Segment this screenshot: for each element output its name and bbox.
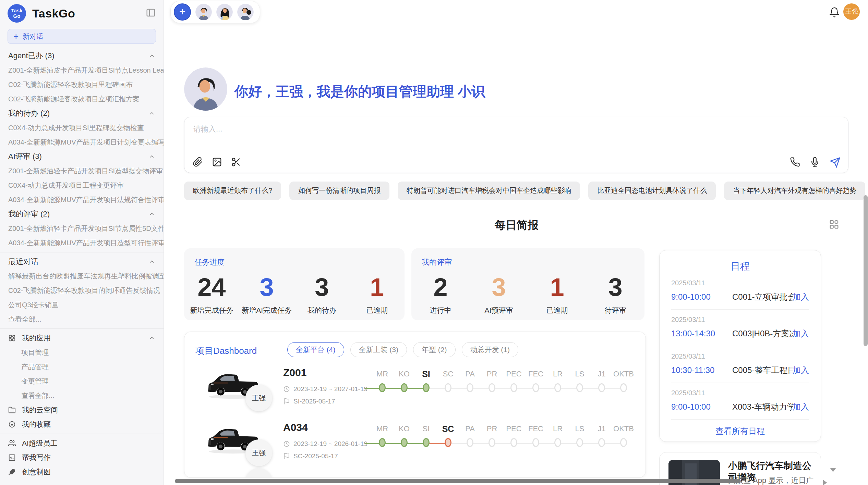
schedule-item: 2025/03/11 9:00-10:00 X003-车辆动力学性能验... 加… [671,383,809,420]
stat-ai-prereview: 3AI预评审 [470,270,528,320]
agent-avatar-3[interactable] [237,4,254,20]
stat-in-progress: 2进行中 [411,270,470,320]
sidebar-item-ai-super-staff[interactable]: AI超级员工 [0,436,164,450]
app-item-project-mgmt[interactable]: 项目管理 [0,345,164,360]
milestone-node [532,438,539,447]
flag-icon [283,398,290,405]
layout-grid-icon[interactable] [829,219,839,229]
chevron-up-icon[interactable] [148,110,155,117]
chevron-up-icon[interactable] [148,211,155,217]
schedule-event-title: C005-整车工程目标评审 [732,365,793,376]
sidebar-item-my-apps[interactable]: 我的应用 [0,331,164,345]
tab-new-body[interactable]: 全新上装 (3) [350,342,407,357]
section-agent-done[interactable]: Agent已办 (3) [0,49,164,63]
milestone-label: OKTB [613,424,634,434]
milestone-label: OKTB [613,369,634,379]
suggestion-chip[interactable]: 当下年轻人对汽车外观有怎样的喜好趋势 [724,182,865,200]
user-avatar[interactable]: 王强 [843,3,860,20]
app-item-product-mgmt[interactable]: 产品管理 [0,360,164,374]
chat-composer [184,117,848,173]
suggestion-chip[interactable]: 如何写一份清晰的项目周报 [289,182,389,200]
list-item[interactable]: C02-飞腾新能源轻客改款项目里程碑画布 [0,77,164,92]
agent-avatar-1[interactable] [195,4,212,20]
join-button[interactable]: 加入 [793,401,809,412]
app-item-change-mgmt[interactable]: 变更管理 [0,374,164,388]
tab-powertrain[interactable]: 动总开发 (1) [462,342,519,357]
image-upload-icon[interactable] [212,157,222,167]
view-all-schedule-link[interactable]: 查看所有日程 [660,426,821,437]
list-item[interactable]: A034-全新新能源MUV产品开发项目造型可行性评审 [0,236,164,250]
section-recent-chats[interactable]: 最近对话 [0,254,164,269]
schedule-event-title: C003|H0B-方案冻结评审 [732,328,793,339]
sidebar-item-label: AI超级员工 [22,438,58,448]
join-button[interactable]: 加入 [793,328,809,339]
sidebar-item-creative-drawing[interactable]: 创意制图 [0,465,164,479]
sidebar-collapse-icon[interactable] [146,8,156,18]
suggestion-chip[interactable]: 欧洲新规最近颁布了什么? [184,182,281,200]
scissors-icon[interactable] [231,157,241,167]
milestone-label: MR [376,424,388,434]
agent-avatar-2[interactable] [216,4,233,20]
project-row-z001[interactable]: 王强 Z001 2023-12-19 ~ 2027-01-19 SI-2025-… [184,363,646,416]
sidebar-item-favorites[interactable]: 我的收藏 [0,417,164,432]
composer-left-tools [193,157,241,167]
list-item[interactable]: A034-全新新能源MUV产品开发项目法规符合性评审 [0,192,164,207]
list-item[interactable]: Z001-全新燃油轻卡产品开发项目SI造型提交物评审 [0,164,164,178]
project-dashboard-card: 项目Dashboard 全新平台 (4) 全新上装 (3) 年型 (2) 动总开… [184,332,646,478]
attachment-icon[interactable] [193,157,203,167]
chevron-up-icon[interactable] [148,258,155,265]
schedule-date: 2025/03/11 [671,352,809,360]
microphone-icon[interactable] [810,157,820,167]
view-all-chats[interactable]: 查看全部... [0,312,164,326]
milestone-node [510,438,517,447]
milestone-label: J1 [598,369,605,379]
milestone-label: LS [575,369,584,379]
list-item[interactable]: C0X4-动力总成开发项目工程变更评审 [0,178,164,192]
send-icon[interactable] [830,157,840,167]
milestone-label: PA [465,369,475,379]
sidebar-item-cloud-space[interactable]: 我的云空间 [0,403,164,417]
notification-bell-icon[interactable] [829,7,840,18]
milestone-node [489,438,495,447]
list-item[interactable]: 公司Q3轻卡销量 [0,298,164,312]
milestone-node [467,383,473,392]
stat-value: 3 [492,275,506,300]
tab-new-platform[interactable]: 全新平台 (4) [287,342,344,357]
suggestion-chip[interactable]: 比亚迪全固态电池计划具体说了什么 [588,182,716,200]
vertical-scrollbar-thumb[interactable] [864,195,868,346]
view-all-apps[interactable]: 查看全部... [0,388,164,403]
chevron-up-icon[interactable] [148,335,155,341]
list-item[interactable]: A034-全新新能源MUV产品开发项目计划变更表编写 [0,135,164,149]
section-ai-review[interactable]: AI评审 (3) [0,149,164,164]
new-chat-button[interactable]: + 新对话 [8,29,156,44]
sidebar-item-help-me-write[interactable]: 帮我写作 [0,450,164,465]
list-item[interactable]: Z001-全新燃油轻卡产品开发项目SI节点属性5D文件评审 [0,221,164,236]
horizontal-scrollbar-thumb[interactable] [175,479,740,483]
join-button[interactable]: 加入 [793,365,809,376]
section-my-todo[interactable]: 我的待办 (2) [0,106,164,121]
phone-call-icon[interactable] [790,157,800,167]
list-item[interactable]: C0X4-动力总成开发项目SI里程碑提交物检查 [0,121,164,135]
daily-brief-title: 每日简报 [184,218,849,233]
scroll-right-arrow[interactable] [823,480,827,485]
milestone-label: PEC [506,424,521,434]
chevron-up-icon[interactable] [148,153,155,160]
list-item[interactable]: C02-飞腾新能源轻客改款项目立项汇报方案 [0,92,164,106]
stat-value: 3 [608,275,622,300]
stat-row: 2进行中 3AI预评审 1已逾期 3待评审 [411,270,644,320]
chevron-up-icon[interactable] [148,52,155,59]
list-item[interactable]: Z001-全新燃油皮卡产品开发项目SI节点Lesson Learn报告 [0,63,164,77]
scroll-down-arrow[interactable] [830,468,836,472]
milestone-timeline: MR KO SI SC PA PR PEC FEC LR LS J1 OKTB [371,424,635,447]
milestone-node [598,438,605,447]
list-item[interactable]: 解释最新出台的欧盟报废车法规再生塑料比例被调至15%... [0,269,164,283]
project-row-a034[interactable]: 王强 A034 2023-12-19 ~ 2026-01-19 SC-2025-… [184,418,646,471]
tab-model-year[interactable]: 年型 (2) [413,342,456,357]
date-range: 2023-12-19 ~ 2027-01-19 [293,385,367,393]
section-my-review[interactable]: 我的评审 (2) [0,207,164,221]
list-item[interactable]: C02-飞腾新能源轻客改款项目的闭环通告反馈情况 [0,283,164,298]
suggestion-chip[interactable]: 特朗普可能对进口汽车增税会对中国车企造成哪些影响 [398,182,580,200]
join-button[interactable]: 加入 [793,291,809,302]
chat-input[interactable] [193,123,840,147]
add-agent-button[interactable]: + [174,3,191,21]
